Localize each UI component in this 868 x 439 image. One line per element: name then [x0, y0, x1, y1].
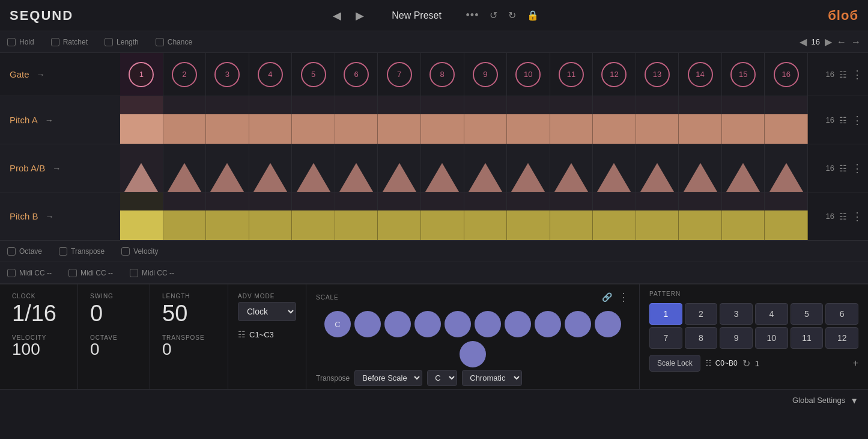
prob-step-13[interactable]	[636, 144, 679, 192]
gate-circle-6[interactable]: 6	[344, 62, 369, 87]
pitch-a-top-step-3[interactable]	[206, 96, 249, 114]
pattern-btn-8[interactable]: 8	[685, 327, 718, 349]
gate-circle-3[interactable]: 3	[214, 62, 240, 87]
modifier-velocity[interactable]: Velocity	[121, 247, 158, 256]
pitch-b-bar-6[interactable]	[335, 210, 378, 240]
pitch-b-top-step-11[interactable]	[550, 192, 593, 210]
pitch-a-top-step-9[interactable]	[464, 96, 508, 114]
scale-note-6[interactable]	[475, 311, 501, 337]
pitch-b-top-step-5[interactable]	[292, 192, 335, 210]
prob-step-5[interactable]	[292, 144, 335, 192]
pitch-b-bar-8[interactable]	[421, 210, 464, 240]
pitch-b-top-step-12[interactable]	[593, 192, 636, 210]
gate-step-3[interactable]: 3	[206, 53, 249, 96]
pitch-a-top-step-16[interactable]	[765, 96, 808, 114]
pattern-btn-2[interactable]: 2	[685, 303, 718, 325]
undo-button[interactable]: ↺	[490, 10, 497, 21]
gate-circle-13[interactable]: 13	[645, 62, 670, 87]
gate-step-5[interactable]: 5	[292, 53, 335, 96]
prob-more-button[interactable]: ⋮	[852, 162, 863, 175]
gate-circle-15[interactable]: 15	[730, 62, 756, 87]
gate-circle-2[interactable]: 2	[172, 62, 197, 87]
pitch-a-top-step-5[interactable]	[292, 96, 335, 114]
pitch-b-top-step-8[interactable]	[421, 192, 464, 210]
pitch-a-bar-4[interactable]	[249, 114, 293, 144]
prob-step-8[interactable]	[421, 144, 464, 192]
pitch-a-bar-3[interactable]	[206, 114, 249, 144]
gate-step-15[interactable]: 15	[722, 53, 765, 96]
pitch-b-bar-16[interactable]	[765, 210, 808, 240]
pitch-b-top-step-9[interactable]	[464, 192, 508, 210]
midi-cc-2[interactable]: Midi CC --	[68, 269, 113, 277]
gate-step-14[interactable]: 14	[679, 53, 722, 96]
scale-note-10[interactable]	[595, 311, 621, 337]
prob-step-15[interactable]	[722, 144, 765, 192]
pitch-b-top-step-16[interactable]	[765, 192, 808, 210]
prob-step-6[interactable]	[335, 144, 378, 192]
modifier-octave[interactable]: Octave	[7, 247, 42, 256]
scale-note-11[interactable]	[460, 341, 486, 367]
pattern-btn-6[interactable]: 6	[825, 303, 858, 325]
root-note-select[interactable]: CC#DD# EFF#G G#AA#B	[427, 370, 457, 386]
pitch-a-bar-9[interactable]	[464, 114, 508, 144]
pattern-btn-5[interactable]: 5	[791, 303, 824, 325]
gate-step-11[interactable]: 11	[550, 53, 593, 96]
pitch-b-top-step-7[interactable]	[378, 192, 421, 210]
gate-circle-16[interactable]: 16	[774, 62, 799, 87]
pitch-a-top-step-1[interactable]	[120, 96, 163, 114]
pitch-a-top-step-4[interactable]	[249, 96, 293, 114]
modifier-chance[interactable]: Chance	[156, 38, 192, 46]
pattern-btn-3[interactable]: 3	[720, 303, 753, 325]
redo-button[interactable]: ↻	[508, 10, 516, 21]
more-button[interactable]: •••	[466, 9, 479, 22]
step-next-button[interactable]: ▶	[825, 36, 832, 48]
gate-step-7[interactable]: 7	[378, 53, 421, 96]
pitch-b-top-step-13[interactable]	[636, 192, 679, 210]
pattern-btn-11[interactable]: 11	[791, 327, 824, 349]
scale-note-4[interactable]	[414, 311, 441, 337]
gate-step-16[interactable]: 16	[765, 53, 808, 96]
pattern-btn-4[interactable]: 4	[755, 303, 788, 325]
pitch-b-bar-12[interactable]	[593, 210, 636, 240]
prob-step-1[interactable]	[120, 144, 163, 192]
pitch-b-bar-3[interactable]	[206, 210, 249, 240]
gate-circle-8[interactable]: 8	[429, 62, 455, 87]
prob-step-16[interactable]	[765, 144, 808, 192]
pitch-a-bar-13[interactable]	[636, 114, 679, 144]
prob-step-2[interactable]	[163, 144, 207, 192]
prob-grid-button[interactable]: ☷	[839, 164, 847, 173]
gate-grid-button[interactable]: ☷	[839, 70, 847, 79]
gate-step-4[interactable]: 4	[249, 53, 293, 96]
gate-circle-10[interactable]: 10	[515, 62, 541, 87]
next-preset-button[interactable]: ▶	[352, 7, 368, 25]
scale-note-1[interactable]: C	[324, 311, 351, 337]
pitch-b-top-step-14[interactable]	[679, 192, 722, 210]
gate-step-9[interactable]: 9	[464, 53, 508, 96]
pitch-a-top-step-2[interactable]	[163, 96, 207, 114]
gate-step-6[interactable]: 6	[335, 53, 378, 96]
pitch-a-bar-14[interactable]	[679, 114, 722, 144]
modifier-length[interactable]: Length	[105, 38, 139, 46]
pitch-b-top-step-15[interactable]	[722, 192, 765, 210]
scale-note-9[interactable]	[565, 311, 591, 337]
modifier-hold[interactable]: Hold	[7, 38, 34, 46]
pattern-btn-1[interactable]: 1	[649, 303, 682, 325]
pitch-b-grid-button[interactable]: ☷	[839, 212, 847, 221]
gate-circle-4[interactable]: 4	[258, 62, 283, 87]
gate-circle-9[interactable]: 9	[473, 62, 498, 87]
pitch-a-bar-10[interactable]	[507, 114, 550, 144]
prob-step-11[interactable]	[550, 144, 593, 192]
pitch-b-top-step-2[interactable]	[163, 192, 207, 210]
prob-step-14[interactable]	[679, 144, 722, 192]
scale-note-2[interactable]	[354, 311, 381, 337]
pitch-b-bar-14[interactable]	[679, 210, 722, 240]
scale-note-7[interactable]	[505, 311, 531, 337]
pitch-a-top-step-10[interactable]	[507, 96, 550, 114]
pitch-a-bar-1[interactable]	[120, 114, 163, 144]
pitch-a-top-step-8[interactable]	[421, 96, 464, 114]
lock-button[interactable]: 🔒	[527, 10, 539, 21]
prob-step-3[interactable]	[206, 144, 249, 192]
pitch-a-top-step-14[interactable]	[679, 96, 722, 114]
modifier-ratchet[interactable]: Ratchet	[51, 38, 88, 46]
prob-step-7[interactable]	[378, 144, 421, 192]
